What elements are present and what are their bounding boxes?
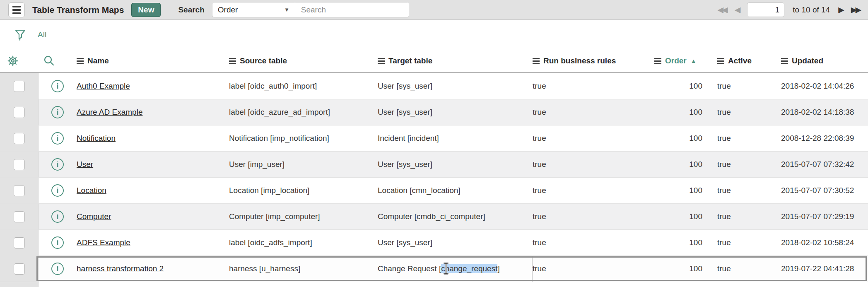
last-page-icon[interactable]: ▶▶: [851, 5, 860, 14]
active-cell[interactable]: true: [709, 125, 770, 151]
source-table-cell[interactable]: User [imp_user]: [229, 152, 378, 177]
previous-page-icon[interactable]: ◀: [735, 5, 739, 14]
info-icon[interactable]: i: [51, 236, 64, 249]
column-header-run-business-rules[interactable]: Run business rules: [533, 50, 654, 72]
source-table-cell[interactable]: Notification [imp_notification]: [229, 125, 378, 151]
order-cell[interactable]: 100: [654, 99, 709, 125]
column-menu-icon[interactable]: [378, 58, 385, 64]
info-icon[interactable]: i: [51, 158, 64, 171]
active-cell[interactable]: true: [709, 152, 770, 177]
target-table-cell[interactable]: User [sys_user]: [378, 152, 533, 177]
order-cell[interactable]: 100: [654, 125, 709, 151]
column-menu-icon[interactable]: [781, 58, 788, 64]
column-menu-icon[interactable]: [654, 58, 661, 64]
row-checkbox[interactable]: [14, 263, 25, 275]
breadcrumb-all-link[interactable]: All: [38, 30, 46, 39]
row-checkbox[interactable]: [14, 107, 25, 118]
row-checkbox[interactable]: [14, 185, 25, 196]
list-context-menu-icon[interactable]: [8, 2, 25, 17]
column-header-order[interactable]: Order ▲: [654, 50, 709, 72]
updated-cell[interactable]: 2008-12-28 22:08:39: [770, 125, 868, 151]
source-table-cell[interactable]: label [oidc_auth0_import]: [229, 73, 378, 99]
record-link[interactable]: Location: [77, 186, 106, 195]
target-table-cell[interactable]: User [sys_user]: [378, 99, 533, 125]
row-checkbox[interactable]: [14, 133, 25, 144]
column-menu-icon[interactable]: [77, 58, 84, 64]
info-icon[interactable]: i: [51, 106, 64, 118]
record-link[interactable]: User: [77, 160, 93, 169]
order-cell[interactable]: 100: [654, 152, 709, 177]
run-business-rules-cell[interactable]: true: [533, 152, 654, 177]
column-header-target-table[interactable]: Target table: [378, 50, 533, 72]
target-table-cell[interactable]: Computer [cmdb_ci_computer]: [378, 204, 533, 229]
record-link[interactable]: harness transformation 2: [77, 264, 164, 273]
active-cell[interactable]: true: [709, 230, 770, 256]
order-cell[interactable]: 100: [654, 178, 709, 203]
search-icon[interactable]: [43, 55, 55, 67]
column-menu-icon[interactable]: [533, 58, 540, 64]
column-menu-icon[interactable]: [717, 58, 724, 64]
row-checkbox[interactable]: [14, 81, 25, 92]
order-cell[interactable]: 100: [654, 256, 709, 282]
run-business-rules-cell[interactable]: true: [533, 125, 654, 151]
run-business-rules-cell[interactable]: true: [533, 256, 654, 282]
new-button[interactable]: New: [131, 3, 161, 17]
updated-cell[interactable]: 2018-02-02 10:58:24: [770, 230, 868, 256]
first-page-icon[interactable]: ◀◀: [717, 5, 726, 14]
record-link[interactable]: Auth0 Example: [77, 82, 130, 91]
search-input[interactable]: [295, 2, 409, 17]
column-header-source-table[interactable]: Source table: [229, 50, 378, 72]
info-icon[interactable]: i: [51, 210, 64, 223]
next-page-icon[interactable]: ▶: [838, 5, 843, 14]
info-icon[interactable]: i: [51, 263, 64, 275]
source-table-cell[interactable]: harness [u_harness]: [229, 256, 378, 282]
active-cell[interactable]: true: [709, 73, 770, 99]
column-header-name[interactable]: Name: [77, 50, 229, 72]
info-icon[interactable]: i: [51, 132, 64, 145]
row-select-cell: [0, 230, 39, 256]
active-cell[interactable]: true: [709, 178, 770, 203]
record-link[interactable]: Computer: [77, 212, 111, 221]
source-table-cell[interactable]: Computer [imp_computer]: [229, 204, 378, 229]
row-checkbox[interactable]: [14, 159, 25, 170]
row-checkbox[interactable]: [14, 237, 25, 248]
order-cell[interactable]: 100: [654, 73, 709, 99]
active-cell[interactable]: true: [709, 256, 770, 282]
search-field-dropdown[interactable]: Order ▼: [212, 2, 295, 17]
record-link[interactable]: Azure AD Example: [77, 108, 142, 117]
order-cell[interactable]: 100: [654, 230, 709, 256]
gear-icon[interactable]: [7, 55, 19, 67]
run-business-rules-cell[interactable]: true: [533, 230, 654, 256]
updated-cell[interactable]: 2015-07-07 07:30:52: [770, 178, 868, 203]
info-icon[interactable]: i: [51, 80, 64, 92]
run-business-rules-cell[interactable]: true: [533, 99, 654, 125]
column-header-updated[interactable]: Updated: [770, 50, 868, 72]
page-number-input[interactable]: [747, 2, 784, 17]
column-menu-icon[interactable]: [229, 58, 236, 64]
updated-cell[interactable]: 2015-07-07 07:32:42: [770, 152, 868, 177]
target-table-cell[interactable]: User [sys_user]: [378, 73, 533, 99]
updated-cell[interactable]: 2015-07-07 07:29:19: [770, 204, 868, 229]
run-business-rules-cell[interactable]: true: [533, 73, 654, 99]
active-cell[interactable]: true: [709, 99, 770, 125]
updated-cell[interactable]: 2018-02-02 14:04:26: [770, 73, 868, 99]
source-table-cell[interactable]: label [oidc_adfs_import]: [229, 230, 378, 256]
target-table-cell[interactable]: User [sys_user]: [378, 230, 533, 256]
target-table-cell[interactable]: Change Request [change_request]: [378, 256, 533, 282]
run-business-rules-cell[interactable]: true: [533, 204, 654, 229]
updated-cell[interactable]: 2018-02-02 14:18:38: [770, 99, 868, 125]
info-icon[interactable]: i: [51, 184, 64, 197]
record-link[interactable]: Notification: [77, 134, 116, 143]
target-table-cell[interactable]: Location [cmn_location]: [378, 178, 533, 203]
order-cell[interactable]: 100: [654, 204, 709, 229]
source-table-cell[interactable]: label [oidc_azure_ad_import]: [229, 99, 378, 125]
active-cell[interactable]: true: [709, 204, 770, 229]
column-header-active[interactable]: Active: [709, 50, 770, 72]
row-checkbox[interactable]: [14, 211, 25, 222]
target-table-cell[interactable]: Incident [incident]: [378, 125, 533, 151]
run-business-rules-cell[interactable]: true: [533, 178, 654, 203]
filter-funnel-icon[interactable]: [14, 28, 27, 41]
updated-cell[interactable]: 2019-07-22 04:41:28: [770, 256, 868, 282]
source-table-cell[interactable]: Location [imp_location]: [229, 178, 378, 203]
record-link[interactable]: ADFS Example: [77, 238, 130, 247]
